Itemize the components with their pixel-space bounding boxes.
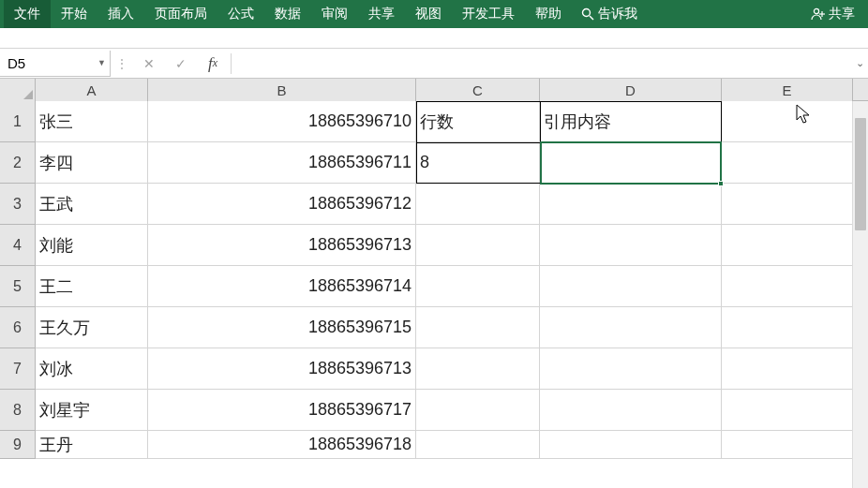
cell-E6[interactable] — [722, 307, 853, 348]
tab-view[interactable]: 视图 — [405, 0, 452, 28]
tab-insert[interactable]: 插入 — [97, 0, 144, 28]
row-header-1[interactable]: 1 — [0, 101, 36, 142]
cell-B9[interactable]: 18865396718 — [148, 431, 416, 459]
cell-E3[interactable] — [722, 184, 853, 225]
cell-B4[interactable]: 18865396713 — [148, 225, 416, 266]
cell-A5[interactable]: 王二 — [36, 266, 148, 307]
tellme-button[interactable]: 告诉我 — [572, 0, 647, 28]
tab-home[interactable]: 开始 — [51, 0, 97, 28]
row-header-6[interactable]: 6 — [0, 307, 36, 348]
cell-C1[interactable]: 行数 — [416, 101, 540, 142]
tellme-label: 告诉我 — [598, 6, 637, 22]
cell-C4[interactable] — [416, 225, 540, 266]
cell-A4[interactable]: 刘能 — [36, 225, 148, 266]
tab-formulas[interactable]: 公式 — [217, 0, 264, 28]
table-row: 3 王武 18865396712 — [0, 184, 868, 225]
cell-C5[interactable] — [416, 266, 540, 307]
cell-E5[interactable] — [722, 266, 853, 307]
cell-E1[interactable] — [722, 101, 853, 142]
select-all-corner[interactable] — [0, 79, 36, 101]
svg-point-2 — [814, 8, 818, 13]
cell-C3[interactable] — [416, 184, 540, 225]
share-person-icon — [810, 7, 825, 21]
svg-line-1 — [590, 16, 593, 20]
cell-C6[interactable] — [416, 307, 540, 348]
sheet-area: A B C D E 1 张三 18865396710 行数 引用内容 2 李四 … — [0, 79, 868, 488]
formula-bar: D5 ▼ ⋮ ✕ ✓ fx ⌄ — [0, 49, 868, 79]
cell-D8[interactable] — [540, 390, 722, 431]
tab-pagelayout[interactable]: 页面布局 — [144, 0, 217, 28]
grid[interactable]: A B C D E 1 张三 18865396710 行数 引用内容 2 李四 … — [0, 79, 868, 488]
cell-A1[interactable]: 张三 — [36, 101, 148, 142]
cell-D6[interactable] — [540, 307, 722, 348]
cell-B6[interactable]: 18865396715 — [148, 307, 416, 348]
vertical-scrollbar-thumb[interactable] — [855, 118, 866, 230]
row-header-4[interactable]: 4 — [0, 225, 36, 266]
ribbon-collapsed-strip — [0, 28, 868, 49]
enter-button[interactable]: ✓ — [165, 51, 197, 77]
cell-B8[interactable]: 18865396717 — [148, 390, 416, 431]
row-header-3[interactable]: 3 — [0, 184, 36, 225]
share-button[interactable]: 共享 — [801, 0, 864, 28]
formula-bar-expand-icon[interactable]: ⌄ — [851, 57, 868, 69]
cell-D5[interactable] — [540, 266, 722, 307]
cell-D2[interactable] — [540, 142, 722, 184]
tab-developer[interactable]: 开发工具 — [452, 0, 525, 28]
svg-point-0 — [583, 9, 591, 17]
cell-E4[interactable] — [722, 225, 853, 266]
share-label: 共享 — [829, 6, 855, 22]
cell-A2[interactable]: 李四 — [36, 142, 148, 184]
insert-function-button[interactable]: fx — [197, 51, 229, 77]
search-icon — [581, 7, 594, 21]
formula-input[interactable] — [233, 51, 851, 77]
row-header-8[interactable]: 8 — [0, 390, 36, 431]
row-header-2[interactable]: 2 — [0, 142, 36, 184]
col-header-B[interactable]: B — [148, 79, 416, 101]
cell-D4[interactable] — [540, 225, 722, 266]
cell-D9[interactable] — [540, 431, 722, 459]
cell-B1[interactable]: 18865396710 — [148, 101, 416, 142]
cell-A6[interactable]: 王久万 — [36, 307, 148, 348]
cell-C8[interactable] — [416, 390, 540, 431]
cell-C2[interactable]: 8 — [416, 142, 540, 184]
tab-review[interactable]: 审阅 — [311, 0, 358, 28]
cell-C9[interactable] — [416, 431, 540, 459]
cell-B5[interactable]: 18865396714 — [148, 266, 416, 307]
cell-D7[interactable] — [540, 348, 722, 390]
table-row: 4 刘能 18865396713 — [0, 225, 868, 266]
table-row: 2 李四 18865396711 8 — [0, 142, 868, 184]
cancel-button[interactable]: ✕ — [133, 51, 165, 77]
col-header-E[interactable]: E — [722, 79, 853, 101]
cell-A3[interactable]: 王武 — [36, 184, 148, 225]
row-header-5[interactable]: 5 — [0, 266, 36, 307]
cell-E7[interactable] — [722, 348, 853, 390]
name-box[interactable]: D5 ▼ — [0, 51, 111, 77]
tab-file[interactable]: 文件 — [4, 0, 51, 28]
col-header-D[interactable]: D — [540, 79, 722, 101]
cell-B3[interactable]: 18865396712 — [148, 184, 416, 225]
rows-container: 1 张三 18865396710 行数 引用内容 2 李四 1886539671… — [0, 101, 868, 459]
ribbon-tabs: 文件 开始 插入 页面布局 公式 数据 审阅 共享 视图 开发工具 帮助 告诉我… — [0, 0, 868, 28]
cell-C7[interactable] — [416, 348, 540, 390]
cell-E2[interactable] — [722, 142, 853, 184]
tab-help[interactable]: 帮助 — [525, 0, 572, 28]
cell-D1[interactable]: 引用内容 — [540, 101, 722, 142]
name-box-value: D5 — [7, 55, 25, 71]
tab-data[interactable]: 数据 — [264, 0, 311, 28]
tab-share[interactable]: 共享 — [358, 0, 405, 28]
col-header-C[interactable]: C — [416, 79, 540, 101]
cell-A9[interactable]: 王丹 — [36, 431, 148, 459]
row-header-7[interactable]: 7 — [0, 348, 36, 390]
cell-B2[interactable]: 18865396711 — [148, 142, 416, 184]
cell-B7[interactable]: 18865396713 — [148, 348, 416, 390]
cell-A8[interactable]: 刘星宇 — [36, 390, 148, 431]
cell-D3[interactable] — [540, 184, 722, 225]
cell-E8[interactable] — [722, 390, 853, 431]
row-header-9[interactable]: 9 — [0, 431, 36, 459]
table-row: 5 王二 18865396714 — [0, 266, 868, 307]
vertical-scrollbar[interactable] — [852, 101, 868, 488]
name-box-dropdown-icon[interactable]: ▼ — [97, 58, 106, 67]
col-header-A[interactable]: A — [36, 79, 148, 101]
cell-A7[interactable]: 刘冰 — [36, 348, 148, 390]
cell-E9[interactable] — [722, 431, 853, 459]
